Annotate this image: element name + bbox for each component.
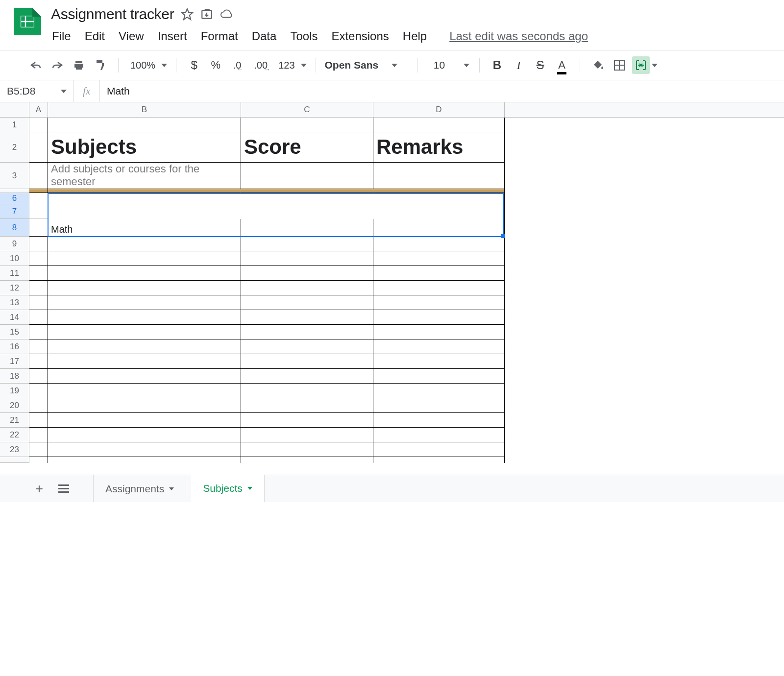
add-sheet-button[interactable]: +: [29, 479, 49, 499]
cell[interactable]: [48, 428, 241, 442]
cell[interactable]: [48, 325, 241, 339]
cell[interactable]: [241, 295, 373, 310]
cell[interactable]: [48, 281, 241, 295]
cell[interactable]: [29, 118, 48, 132]
cell[interactable]: [48, 251, 241, 266]
row-header[interactable]: [0, 457, 29, 463]
row-header[interactable]: 18: [0, 369, 29, 384]
cell[interactable]: [373, 413, 505, 428]
row-header[interactable]: 9: [0, 237, 29, 251]
menu-extensions[interactable]: Extensions: [331, 29, 389, 43]
cell[interactable]: [29, 219, 48, 237]
sheets-logo[interactable]: [14, 8, 41, 35]
cell[interactable]: [29, 310, 48, 325]
cell[interactable]: [48, 369, 241, 384]
row-header[interactable]: 8: [0, 219, 29, 237]
cell[interactable]: [373, 369, 505, 384]
col-header-A[interactable]: A: [29, 102, 48, 117]
cell[interactable]: [373, 118, 505, 132]
cell[interactable]: [373, 325, 505, 339]
cell[interactable]: [48, 204, 241, 219]
row-header[interactable]: 10: [0, 251, 29, 266]
row-header[interactable]: [0, 189, 29, 193]
currency-button[interactable]: $: [185, 56, 203, 74]
strikethrough-button[interactable]: S: [532, 56, 549, 74]
cell[interactable]: [48, 295, 241, 310]
cell[interactable]: [241, 457, 373, 463]
cell[interactable]: [29, 384, 48, 398]
row-header[interactable]: 13: [0, 295, 29, 310]
font-dropdown[interactable]: Open Sans: [325, 59, 408, 71]
cell[interactable]: [373, 219, 505, 237]
percent-button[interactable]: %: [207, 56, 224, 74]
cell[interactable]: [29, 193, 48, 204]
cell[interactable]: [48, 398, 241, 413]
cell[interactable]: [241, 398, 373, 413]
menu-format[interactable]: Format: [201, 29, 238, 43]
cell[interactable]: [29, 428, 48, 442]
row-header[interactable]: 11: [0, 266, 29, 281]
cell[interactable]: [241, 251, 373, 266]
cell[interactable]: [241, 204, 373, 219]
row-header[interactable]: 7: [0, 204, 29, 219]
cell[interactable]: [48, 237, 241, 251]
row-header[interactable]: 20: [0, 398, 29, 413]
cell[interactable]: [48, 442, 241, 457]
cell[interactable]: [48, 189, 241, 193]
increase-decimal-button[interactable]: .00→: [250, 56, 271, 74]
cell[interactable]: [29, 266, 48, 281]
menu-insert[interactable]: Insert: [158, 29, 187, 43]
bold-button[interactable]: B: [489, 56, 506, 74]
cell[interactable]: [241, 219, 373, 237]
cell[interactable]: [48, 310, 241, 325]
cell[interactable]: [48, 354, 241, 369]
print-icon[interactable]: [70, 56, 88, 74]
row-header[interactable]: 22: [0, 428, 29, 442]
cell[interactable]: [29, 325, 48, 339]
paint-format-icon[interactable]: [92, 56, 109, 74]
cell-remarks-header[interactable]: Remarks: [373, 132, 505, 163]
cell[interactable]: [29, 295, 48, 310]
cell[interactable]: [48, 266, 241, 281]
cell-subjects-header[interactable]: Subjects: [48, 132, 241, 163]
cell[interactable]: [241, 428, 373, 442]
select-all-corner[interactable]: [0, 102, 29, 117]
cell[interactable]: [29, 281, 48, 295]
cell[interactable]: [241, 325, 373, 339]
cell[interactable]: [373, 251, 505, 266]
row-header[interactable]: 19: [0, 384, 29, 398]
cell[interactable]: [373, 310, 505, 325]
name-box[interactable]: B5:D8: [0, 80, 74, 102]
cell[interactable]: [373, 398, 505, 413]
cell[interactable]: [241, 163, 373, 189]
cloud-icon[interactable]: [220, 8, 233, 21]
move-icon[interactable]: [200, 8, 213, 21]
cell-B8[interactable]: Math: [48, 219, 241, 237]
cell[interactable]: [241, 384, 373, 398]
cell[interactable]: [48, 118, 241, 132]
star-icon[interactable]: [181, 8, 194, 21]
cell[interactable]: [373, 193, 505, 204]
col-header-D[interactable]: D: [373, 102, 505, 117]
cell[interactable]: [373, 237, 505, 251]
last-edit-link[interactable]: Last edit was seconds ago: [449, 29, 588, 43]
row-header[interactable]: 6: [0, 193, 29, 204]
cell[interactable]: [29, 204, 48, 219]
cell-score-header[interactable]: Score: [241, 132, 373, 163]
cell[interactable]: [48, 384, 241, 398]
cell[interactable]: [48, 413, 241, 428]
row-header[interactable]: 1: [0, 118, 29, 132]
row-header[interactable]: 14: [0, 310, 29, 325]
cell[interactable]: [241, 310, 373, 325]
cell[interactable]: [241, 354, 373, 369]
cell[interactable]: [29, 457, 48, 463]
cell[interactable]: [373, 442, 505, 457]
col-header-B[interactable]: B: [48, 102, 241, 117]
menu-data[interactable]: Data: [252, 29, 277, 43]
cell[interactable]: [373, 204, 505, 219]
document-title[interactable]: Assignment tracker: [51, 6, 174, 23]
cell[interactable]: [241, 442, 373, 457]
cell[interactable]: [29, 354, 48, 369]
row-header[interactable]: 15: [0, 325, 29, 339]
all-sheets-button[interactable]: [54, 479, 74, 499]
